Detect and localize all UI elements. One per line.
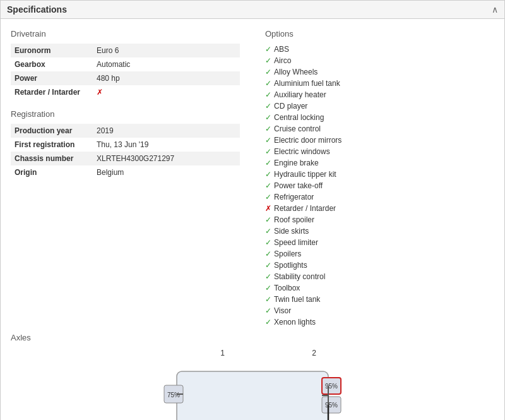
drivetrain-title: Drivetrain	[11, 29, 240, 39]
axles-section: Axles 1 2 75%	[11, 333, 494, 420]
check-icon: ✓	[265, 295, 271, 304]
check-icon: ✓	[265, 306, 271, 315]
two-column-layout: Drivetrain EuronormEuro 6GearboxAutomati…	[11, 27, 494, 328]
options-list: ✓ABS✓Airco✓Alloy Wheels✓Aluminium fuel t…	[265, 44, 494, 328]
cross-icon: ✗	[97, 88, 103, 97]
option-label: CD player	[274, 102, 307, 111]
registration-label-3: Origin	[11, 165, 93, 179]
option-label: Speed limiter	[274, 238, 318, 247]
check-icon: ✓	[265, 284, 271, 292]
option-label: Electric door mirrors	[274, 136, 342, 145]
rear-top-left-pct: 95%	[325, 383, 338, 390]
option-item-22: ✓Twin fuel tank	[265, 294, 494, 305]
check-icon: ✓	[265, 272, 271, 281]
cross-icon: ✗	[265, 204, 271, 213]
check-icon: ✓	[265, 79, 271, 88]
rear-top-right-pct: 95%	[325, 402, 338, 409]
option-label: Cruise control	[274, 124, 321, 133]
option-label: Xenon lights	[274, 318, 316, 327]
check-icon: ✓	[265, 249, 271, 258]
option-label: Hydraulic tipper kit	[274, 170, 336, 179]
option-label: Aluminium fuel tank	[274, 79, 340, 88]
drivetrain-value-3: ✗	[93, 85, 240, 99]
check-icon: ✓	[265, 124, 271, 133]
drivetrain-value-1: Automatic	[93, 57, 240, 71]
option-label: Twin fuel tank	[274, 295, 320, 304]
option-item-19: ✓Spotlights	[265, 260, 494, 271]
left-column: Drivetrain EuronormEuro 6GearboxAutomati…	[11, 27, 240, 328]
panel-title: Specifications	[7, 4, 67, 15]
option-item-21: ✓Toolbox	[265, 282, 494, 294]
panel-body: Drivetrain EuronormEuro 6GearboxAutomati…	[1, 19, 504, 420]
drivetrain-value-2: 480 hp	[93, 71, 240, 85]
option-label: Roof spoiler	[274, 215, 314, 224]
check-icon: ✓	[265, 227, 271, 236]
check-icon: ✓	[265, 45, 271, 54]
check-icon: ✓	[265, 136, 271, 145]
registration-value-3: Belgium	[93, 165, 240, 179]
check-icon: ✓	[265, 181, 271, 190]
axles-title: Axles	[11, 333, 494, 342]
drivetrain-label-0: Euronorm	[11, 44, 93, 57]
option-item-11: ✓Hydraulic tipper kit	[265, 169, 494, 180]
option-item-13: ✓Refrigerator	[265, 191, 494, 203]
check-icon: ✓	[265, 102, 271, 111]
option-label: Engine brake	[274, 159, 319, 167]
check-icon: ✓	[265, 318, 271, 327]
option-label: Visor	[274, 306, 291, 315]
option-label: Side skirts	[274, 227, 309, 236]
option-item-14: ✗Retarder / Intarder	[265, 203, 494, 214]
option-label: Spotlights	[274, 261, 307, 270]
registration-label-0: Production year	[11, 124, 93, 138]
svg-rect-0	[177, 371, 328, 420]
option-label: Alloy Wheels	[274, 68, 318, 76]
drivetrain-label-3: Retarder / Intarder	[11, 85, 93, 99]
option-item-17: ✓Speed limiter	[265, 237, 494, 248]
option-item-18: ✓Spoilers	[265, 248, 494, 260]
right-column: Options ✓ABS✓Airco✓Alloy Wheels✓Aluminiu…	[265, 27, 494, 328]
check-icon: ✓	[265, 238, 271, 247]
option-label: Stability control	[274, 272, 325, 281]
registration-label-1: First registration	[11, 138, 93, 152]
registration-value-2: XLRTEH4300G271297	[93, 152, 240, 165]
option-item-7: ✓Cruise control	[265, 123, 494, 135]
option-item-5: ✓CD player	[265, 100, 494, 112]
option-item-8: ✓Electric door mirrors	[265, 135, 494, 146]
front-left-pct: 75%	[167, 392, 180, 399]
option-item-23: ✓Visor	[265, 305, 494, 316]
option-label: Central locking	[274, 113, 324, 122]
check-icon: ✓	[265, 159, 271, 167]
check-icon: ✓	[265, 193, 271, 201]
option-item-6: ✓Central locking	[265, 112, 494, 123]
drivetrain-label-1: Gearbox	[11, 57, 93, 71]
option-label: ABS	[274, 45, 289, 54]
truck-svg: 75% 75% 95% 95% 9	[139, 359, 366, 420]
option-item-2: ✓Alloy Wheels	[265, 66, 494, 78]
option-item-10: ✓Engine brake	[265, 157, 494, 169]
panel-header: Specifications ∧	[1, 1, 504, 19]
option-item-15: ✓Roof spoiler	[265, 214, 494, 225]
truck-diagram-container: 1 2 75% 75%	[11, 349, 494, 420]
option-label: Toolbox	[274, 284, 300, 292]
axle-label-1: 1	[220, 349, 225, 357]
check-icon: ✓	[265, 56, 271, 65]
option-item-12: ✓Power take-off	[265, 180, 494, 191]
axle-label-2: 2	[312, 349, 316, 357]
registration-table: Production year2019First registrationThu…	[11, 124, 240, 179]
registration-value-0: 2019	[93, 124, 240, 138]
check-icon: ✓	[265, 147, 271, 156]
option-item-1: ✓Airco	[265, 55, 494, 66]
check-icon: ✓	[265, 68, 271, 76]
collapse-icon[interactable]: ∧	[492, 4, 498, 15]
option-label: Power take-off	[274, 181, 323, 190]
option-label: Spoilers	[274, 249, 301, 258]
check-icon: ✓	[265, 113, 271, 122]
drivetrain-table: EuronormEuro 6GearboxAutomaticPower480 h…	[11, 44, 240, 99]
registration-value-1: Thu, 13 Jun '19	[93, 138, 240, 152]
truck-diagram: 1 2 75% 75%	[139, 349, 366, 420]
specifications-panel: Specifications ∧ Drivetrain EuronormEuro…	[0, 0, 505, 420]
option-item-9: ✓Electric windows	[265, 146, 494, 157]
option-label: Retarder / Intarder	[274, 204, 336, 213]
check-icon: ✓	[265, 170, 271, 179]
option-label: Electric windows	[274, 147, 330, 156]
